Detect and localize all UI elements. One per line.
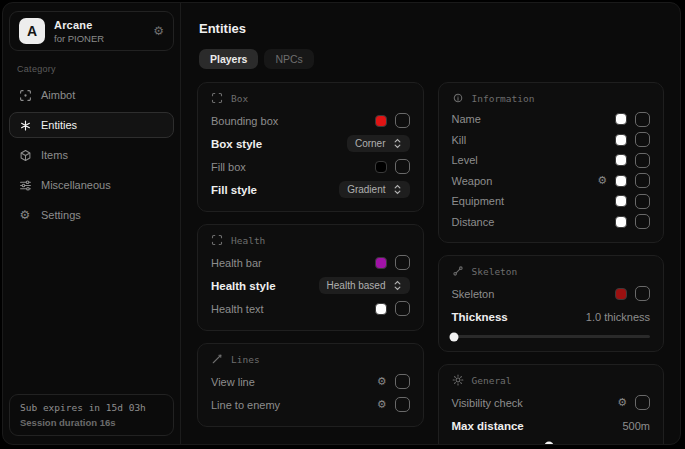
gear-icon[interactable]: ⚙ bbox=[377, 376, 387, 387]
sidebar-item-aimbot[interactable]: Aimbot bbox=[9, 82, 174, 108]
health-text-checkbox[interactable] bbox=[395, 301, 410, 316]
thickness-row: Thickness 1.0 thickness bbox=[452, 305, 651, 328]
name-checkbox[interactable] bbox=[635, 112, 650, 127]
equipment-color-swatch[interactable] bbox=[615, 195, 627, 207]
weapon-color-swatch[interactable] bbox=[615, 175, 627, 187]
distance-checkbox[interactable] bbox=[635, 214, 650, 229]
session-duration-text: Session duration 16s bbox=[20, 417, 163, 428]
sidebar: A Arcane for PIONER ⚙ Category Aimbot bbox=[3, 3, 181, 444]
view-line-row: View line ⚙ bbox=[211, 370, 410, 393]
fill-box-label: Fill box bbox=[211, 161, 246, 173]
health-bar-row: Health bar bbox=[211, 251, 410, 274]
weapon-label: Weapon bbox=[452, 175, 493, 187]
chevron-updown-icon bbox=[393, 280, 402, 291]
settings-columns: Box Bounding box Box style Corne bbox=[197, 82, 664, 445]
category-label: Category bbox=[17, 64, 180, 74]
health-text-label: Health text bbox=[211, 303, 264, 315]
health-text-row: Health text bbox=[211, 297, 410, 320]
level-checkbox[interactable] bbox=[635, 153, 650, 168]
skeleton-card-header: Skeleton bbox=[452, 265, 651, 277]
distance-color-swatch[interactable] bbox=[615, 216, 627, 228]
max-distance-row: Max distance 500m bbox=[452, 414, 651, 437]
box-style-label: Box style bbox=[211, 138, 262, 150]
max-distance-value: 500m bbox=[622, 420, 650, 432]
name-label: Name bbox=[452, 113, 481, 125]
general-card-title: General bbox=[472, 375, 512, 386]
app-name: Arcane bbox=[54, 19, 104, 31]
skeleton-color-swatch[interactable] bbox=[615, 288, 627, 300]
equipment-checkbox[interactable] bbox=[635, 194, 650, 209]
health-bar-color-swatch[interactable] bbox=[375, 257, 387, 269]
sidebar-item-entities[interactable]: Entities bbox=[9, 112, 174, 138]
information-card-header: Information bbox=[452, 92, 651, 104]
tab-npcs[interactable]: NPCs bbox=[264, 49, 313, 69]
general-card-header: General bbox=[452, 374, 651, 386]
fill-box-color-swatch[interactable] bbox=[375, 161, 387, 173]
bounding-box-color-swatch[interactable] bbox=[375, 115, 387, 127]
gear-icon[interactable]: ⚙ bbox=[597, 175, 607, 186]
kill-checkbox[interactable] bbox=[635, 132, 650, 147]
weapon-checkbox[interactable] bbox=[635, 173, 650, 188]
box-card: Box Bounding box Box style Corne bbox=[197, 82, 424, 212]
visibility-check-label: Visibility check bbox=[452, 397, 523, 409]
corners-icon bbox=[211, 92, 223, 104]
sidebar-item-label: Items bbox=[41, 149, 68, 161]
tab-players[interactable]: Players bbox=[199, 49, 258, 69]
thickness-value: 1.0 thickness bbox=[586, 311, 650, 323]
visibility-check-row: Visibility check ⚙ bbox=[452, 391, 651, 414]
box-style-row: Box style Corner bbox=[211, 132, 410, 155]
box-card-title: Box bbox=[231, 93, 248, 104]
level-row: Level bbox=[452, 150, 651, 171]
max-distance-slider[interactable] bbox=[452, 444, 651, 445]
distance-row: Distance bbox=[452, 212, 651, 233]
box-style-dropdown[interactable]: Corner bbox=[347, 135, 410, 152]
name-row: Name bbox=[452, 109, 651, 130]
health-style-label: Health style bbox=[211, 280, 276, 292]
app-window: A Arcane for PIONER ⚙ Category Aimbot bbox=[2, 2, 681, 445]
health-style-dropdown[interactable]: Health based bbox=[319, 277, 410, 294]
sub-expiry-text: Sub expires in 15d 03h bbox=[20, 402, 163, 413]
gear-icon[interactable]: ⚙ bbox=[617, 397, 627, 408]
equipment-row: Equipment bbox=[452, 191, 651, 212]
kill-color-swatch[interactable] bbox=[615, 134, 627, 146]
skeleton-checkbox[interactable] bbox=[635, 286, 650, 301]
gear-icon[interactable]: ⚙ bbox=[377, 399, 387, 410]
view-line-checkbox[interactable] bbox=[395, 374, 410, 389]
max-distance-slider-fill bbox=[452, 444, 549, 445]
kill-row: Kill bbox=[452, 130, 651, 151]
health-text-color-swatch[interactable] bbox=[375, 303, 387, 315]
subscription-card: Sub expires in 15d 03h Session duration … bbox=[9, 394, 174, 436]
health-bar-label: Health bar bbox=[211, 257, 262, 269]
lines-card-header: Lines bbox=[211, 353, 410, 365]
gear-icon[interactable]: ⚙ bbox=[153, 25, 164, 37]
entities-icon bbox=[18, 118, 32, 132]
level-label: Level bbox=[452, 154, 478, 166]
bone-icon bbox=[452, 265, 464, 277]
bounding-box-checkbox[interactable] bbox=[395, 113, 410, 128]
thickness-slider-thumb[interactable] bbox=[450, 332, 459, 341]
health-card-header: Health bbox=[211, 234, 410, 246]
info-scan-icon bbox=[452, 92, 464, 104]
bounding-box-label: Bounding box bbox=[211, 115, 278, 127]
sidebar-item-settings[interactable]: ⚙ Settings bbox=[9, 202, 174, 228]
information-card-title: Information bbox=[472, 93, 535, 104]
sidebar-item-miscellaneous[interactable]: Miscellaneous bbox=[9, 172, 174, 198]
thickness-slider[interactable] bbox=[452, 335, 651, 338]
box-cube-icon bbox=[18, 148, 32, 162]
corners-icon bbox=[211, 234, 223, 246]
line-to-enemy-checkbox[interactable] bbox=[395, 397, 410, 412]
name-color-swatch[interactable] bbox=[615, 113, 627, 125]
brand-card: A Arcane for PIONER ⚙ bbox=[9, 11, 174, 51]
app-logo: A bbox=[19, 18, 45, 44]
chevron-updown-icon bbox=[393, 138, 402, 149]
max-distance-slider-thumb[interactable] bbox=[544, 441, 553, 445]
view-line-label: View line bbox=[211, 376, 255, 388]
level-color-swatch[interactable] bbox=[615, 154, 627, 166]
sidebar-item-items[interactable]: Items bbox=[9, 142, 174, 168]
crosshair-icon bbox=[18, 88, 32, 102]
health-bar-checkbox[interactable] bbox=[395, 255, 410, 270]
fill-style-dropdown[interactable]: Gradient bbox=[339, 181, 409, 198]
fill-box-checkbox[interactable] bbox=[395, 159, 410, 174]
visibility-check-checkbox[interactable] bbox=[635, 395, 650, 410]
health-card: Health Health bar Health style H bbox=[197, 224, 424, 331]
